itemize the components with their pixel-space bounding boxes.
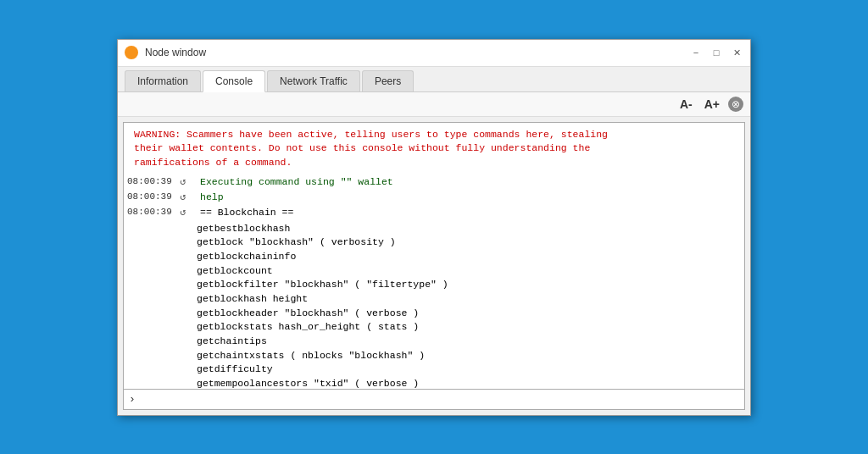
increase-font-button[interactable]: A+ <box>701 96 723 113</box>
minimize-button[interactable]: − <box>689 46 703 59</box>
node-window: Node window − □ ✕ Information Console Ne… <box>117 39 751 416</box>
cmd-getchaintips: getchaintips <box>197 335 739 349</box>
console-output[interactable]: WARNING: Scammers have been active, tell… <box>124 123 744 389</box>
cmd-getdifficulty: getdifficulty <box>197 363 739 377</box>
tab-peers[interactable]: Peers <box>362 70 414 91</box>
cmd-getblockstats: getblockstats hash_or_height ( stats ) <box>197 320 739 335</box>
tab-information[interactable]: Information <box>125 70 201 91</box>
log-time-3: 08:00:39 <box>127 206 180 219</box>
log-line-2: 08:00:39 ↺ help <box>127 191 739 205</box>
cmd-getblock: getblock "blockhash" ( verbosity ) <box>197 235 739 250</box>
cmd-getblockheader: getblockheader "blockhash" ( verbose ) <box>197 307 739 321</box>
warning-message: WARNING: Scammers have been active, tell… <box>127 128 739 170</box>
cmd-getblockchaininfo: getblockchaininfo <box>197 250 739 264</box>
bitcoin-icon <box>125 46 138 59</box>
close-button[interactable]: ✕ <box>730 46 743 59</box>
maximize-button[interactable]: □ <box>709 46 723 59</box>
tab-bar: Information Console Network Traffic Peer… <box>118 67 750 92</box>
blockchain-commands: getbestblockhash getblock "blockhash" ( … <box>197 222 739 389</box>
console-toolbar: A- A+ ⊗ <box>118 92 750 117</box>
cmd-getblockfilter: getblockfilter "blockhash" ( "filtertype… <box>197 278 739 292</box>
console-input-bar: › <box>124 389 744 409</box>
tab-network-traffic[interactable]: Network Traffic <box>267 70 360 91</box>
log-time-2: 08:00:39 <box>127 191 180 204</box>
window-controls: − □ ✕ <box>689 46 743 59</box>
log-icon-3: ↺ <box>180 206 197 220</box>
log-icon-1: ↺ <box>180 175 197 190</box>
decrease-font-button[interactable]: A- <box>676 96 696 113</box>
prompt-symbol: › <box>129 393 136 406</box>
log-line-1: 08:00:39 ↺ Executing command using "" wa… <box>127 175 739 190</box>
title-bar: Node window − □ ✕ <box>118 40 750 67</box>
log-content-1: Executing command using "" wallet <box>200 175 739 190</box>
log-icon-2: ↺ <box>180 191 197 205</box>
log-content-3: == Blockchain == <box>200 206 739 220</box>
cmd-getchaintxstats: getchaintxstats ( nblocks "blockhash" ) <box>197 349 739 363</box>
tab-console[interactable]: Console <box>203 70 265 92</box>
cmd-getblockcount: getblockcount <box>197 264 739 279</box>
window-title: Node window <box>145 47 689 58</box>
console-area: WARNING: Scammers have been active, tell… <box>123 122 745 410</box>
cmd-getblockhash: getblockhash height <box>197 292 739 307</box>
console-input[interactable] <box>141 393 739 405</box>
log-line-3: 08:00:39 ↺ == Blockchain == <box>127 206 739 220</box>
clear-console-button[interactable]: ⊗ <box>728 97 743 112</box>
log-time-1: 08:00:39 <box>127 175 180 189</box>
cmd-getmempoolancestors: getmempoolancestors "txid" ( verbose ) <box>197 377 739 388</box>
log-content-2: help <box>200 191 739 205</box>
cmd-getbestblockhash: getbestblockhash <box>197 222 739 236</box>
